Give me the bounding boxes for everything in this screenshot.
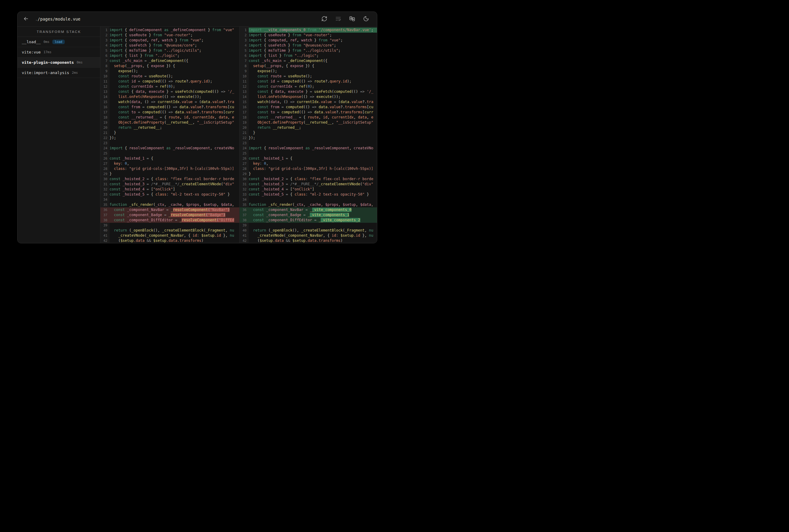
code-line: 41 _createVNode(_component_NavBar, { id:… <box>100 233 239 238</box>
code-text <box>249 140 377 146</box>
code-line: 28 class: "grid grid-cols-[300px,3fr] h-… <box>100 166 239 171</box>
code-text: setup(__props, { expose }) { <box>110 63 239 69</box>
code-line: 2import { useRoute } from "vue-router"; <box>240 33 377 38</box>
line-number: 33 <box>240 192 249 197</box>
dark-mode-button[interactable] <box>362 15 370 23</box>
code-line: 7const _sfc_main = _defineComponent({ <box>240 58 377 63</box>
code-line: 8 setup(__props, { expose }) { <box>240 63 377 69</box>
line-number: 9 <box>240 69 249 74</box>
code-text: const _component_NavBar = _resolveCompon… <box>110 207 239 212</box>
code-text: import { resolveComponent as _resolveCom… <box>110 146 239 151</box>
code-line: 22}); <box>240 135 377 140</box>
code-line: 38 const _component_DiffEditor = __vite_… <box>240 217 377 223</box>
line-number: 41 <box>240 233 249 238</box>
code-line: 1import __vite_components_0 from '/compo… <box>240 27 377 33</box>
code-line: 36 const _component_NavBar = __vite_comp… <box>240 207 377 212</box>
code-text: Object.defineProperty(__returned__, "__i… <box>110 120 239 125</box>
code-line: 39 <box>240 223 377 228</box>
code-line: 38 const _component_DiffEditor = _resolv… <box>100 217 239 223</box>
code-line: 31const _hoisted_3 = /*#__PURE__*/_creat… <box>240 182 377 187</box>
line-number: 21 <box>100 130 110 135</box>
code-text: const _component_Badge = __vite_componen… <box>249 212 377 217</box>
code-line: 15 watch(data, () => currentIdx.value = … <box>100 99 239 104</box>
line-number: 40 <box>100 228 110 233</box>
code-text: } <box>110 130 239 135</box>
code-text: function _sfc_render(_ctx, _cache, $prop… <box>110 202 239 207</box>
toggle-diff-button[interactable] <box>348 15 356 23</box>
code-line: 3import { computed, ref, watch } from "v… <box>240 38 377 43</box>
line-number: 27 <box>240 161 249 166</box>
code-line: 24import { resolveComponent as _resolveC… <box>100 146 239 151</box>
code-line: 30const _hoisted_2 = { class: "flex flex… <box>240 176 377 182</box>
code-line: 39 <box>100 223 239 228</box>
code-text: const to = computed(() => data.value?.tr… <box>110 110 239 115</box>
line-number: 2 <box>100 33 110 38</box>
refresh-button[interactable] <box>320 15 329 23</box>
code-text: import { defineComponent as _defineCompo… <box>110 27 239 33</box>
code-text: watch(data, () => currentIdx.value = (da… <box>110 99 239 104</box>
code-text: setup(__props, { expose }) { <box>249 63 377 69</box>
code-text <box>110 151 239 156</box>
code-text: class: "grid grid-cols-[300px,3fr] h-[ca… <box>249 166 377 171</box>
line-number: 23 <box>100 140 110 146</box>
code-text: import { resolveComponent as _resolveCom… <box>249 146 377 151</box>
line-number: 29 <box>100 171 110 176</box>
back-button[interactable] <box>22 15 30 23</box>
code-text: const _component_Badge = _resolveCompone… <box>110 212 239 217</box>
code-text: function _sfc_render(_ctx, _cache, $prop… <box>249 202 377 207</box>
code-text: }); <box>110 135 239 140</box>
main-content: TRANSFORM STACK __load__ 0ms load vite:v… <box>18 26 377 243</box>
line-number: 26 <box>100 156 110 161</box>
transform-stack-sidebar: TRANSFORM STACK __load__ 0ms load vite:v… <box>18 26 100 243</box>
line-number: 24 <box>240 146 249 151</box>
line-number: 30 <box>240 176 249 182</box>
code-line: 42 ($setup.data && $setup.data.transform… <box>100 238 239 243</box>
code-text: import { useRoute } from "vue-router"; <box>249 33 377 38</box>
code-line: 14 list.onFetchResponse(() => execute())… <box>240 94 377 99</box>
code-line: 31const _hoisted_3 = /*#__PURE__*/_creat… <box>100 182 239 187</box>
code-text <box>249 223 377 228</box>
line-number: 1 <box>100 27 110 33</box>
code-line: 13 const { data, execute } = useFetch(co… <box>240 89 377 94</box>
line-number: 40 <box>240 228 249 233</box>
line-wrap-button[interactable] <box>334 15 343 23</box>
line-number: 7 <box>240 58 249 63</box>
code-text: Object.defineProperty(__returned__, "__i… <box>249 120 377 125</box>
line-number: 16 <box>240 104 249 110</box>
code-text: return __returned__; <box>249 125 377 130</box>
inspector-window: ./pages/module.vue <box>17 12 377 243</box>
code-text: expose(); <box>110 69 239 74</box>
diff-pane-before[interactable]: 1import { defineComponent as _defineComp… <box>100 26 240 243</box>
code-lines-before: 1import { defineComponent as _defineComp… <box>100 26 239 243</box>
line-number: 7 <box>100 58 110 63</box>
sidebar-item-vite-import-analysis[interactable]: vite:import-analysis 2ms <box>18 68 100 78</box>
code-text: return (_openBlock(), _createElementBloc… <box>249 228 377 233</box>
code-line: 10 const route = useRoute(); <box>100 74 239 79</box>
code-text: const from = computed(() => data.value?.… <box>249 104 377 110</box>
line-number: 11 <box>240 79 249 84</box>
code-text: } <box>249 171 377 176</box>
arrow-left-icon <box>23 16 29 23</box>
code-line: 6import { list } from "../logic"; <box>100 53 239 58</box>
code-line: 30const _hoisted_2 = { class: "flex flex… <box>100 176 239 182</box>
line-number: 31 <box>240 182 249 187</box>
diff-pane-after[interactable]: 1import __vite_components_0 from '/compo… <box>240 26 377 243</box>
line-number: 14 <box>100 94 110 99</box>
code-line: 27 key: 0, <box>240 161 377 166</box>
sidebar-item-load[interactable]: __load__ 0ms load <box>18 37 100 47</box>
code-line: 18 const __returned__ = { route, id, cur… <box>100 115 239 120</box>
code-line: 25 <box>240 151 377 156</box>
code-text <box>249 151 377 156</box>
line-number: 12 <box>240 84 249 89</box>
line-number: 26 <box>240 156 249 161</box>
sidebar-item-vite-vue[interactable]: vite:vue 17ms <box>18 47 100 57</box>
code-text: const _hoisted_1 = { <box>110 156 239 161</box>
line-number: 3 <box>240 38 249 43</box>
plugin-time: 0ms <box>76 60 82 64</box>
line-number: 38 <box>100 217 110 223</box>
code-text: import { useRoute } from "vue-router"; <box>110 33 239 38</box>
line-number: 30 <box>100 176 110 182</box>
code-text: const route = useRoute(); <box>110 74 239 79</box>
sidebar-item-vite-plugin-components[interactable]: vite-plugin-components 0ms <box>18 57 100 68</box>
code-line: 4import { useFetch } from "@vueuse/core"… <box>100 43 239 48</box>
